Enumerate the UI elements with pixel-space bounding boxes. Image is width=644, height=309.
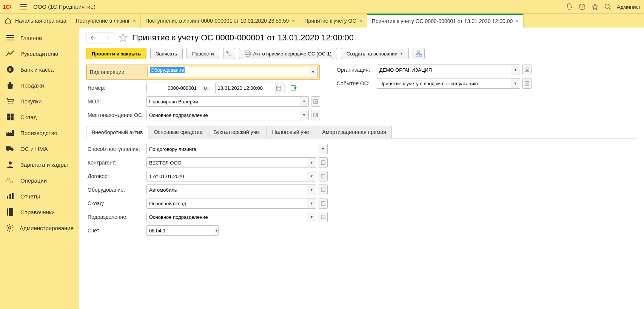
star-icon[interactable] [591, 3, 599, 11]
svg-point-13 [12, 103, 13, 105]
open-icon[interactable] [319, 171, 328, 181]
tab-home[interactable]: Начальная страница [0, 14, 71, 28]
dropdown-icon[interactable]: ▼ [309, 67, 318, 77]
sidebar-item-bank[interactable]: ₽Банк и касса [0, 61, 79, 77]
row-org: Организация: ▼ [335, 65, 532, 75]
acct-input[interactable] [146, 225, 215, 236]
sidebar-item-reports[interactable]: Отчеты [0, 188, 79, 204]
tab-4-active[interactable]: Принятие к учету ОС 0000-000001 от 13.01… [367, 14, 524, 28]
tab-amort[interactable]: Амортизационная премия [317, 126, 392, 138]
dropdown-icon[interactable]: ▼ [511, 78, 520, 89]
search-icon[interactable] [604, 3, 612, 11]
label-receipt: Способ поступления: [86, 146, 146, 152]
open-icon[interactable] [319, 157, 328, 168]
print-act-button[interactable]: Акт о приеме-передаче ОС (ОС-1) [239, 48, 337, 59]
sidebar-item-sales[interactable]: Продажи [0, 77, 79, 93]
number-input[interactable] [146, 83, 199, 93]
write-button[interactable]: Записать [150, 48, 183, 59]
close-icon[interactable]: × [516, 18, 519, 24]
sidebar-item-warehouse[interactable]: Склад [0, 109, 79, 125]
favorite-star-icon[interactable] [118, 32, 128, 43]
bell-icon[interactable] [565, 3, 573, 11]
org-input[interactable] [377, 65, 511, 75]
dropdown-icon[interactable]: ▼ [307, 157, 316, 168]
sidebar-label: Операции [20, 177, 47, 184]
dropdown-icon[interactable]: ▼ [215, 225, 219, 236]
menu-icon[interactable] [18, 3, 29, 11]
dept-input[interactable] [146, 212, 307, 222]
open-icon[interactable] [319, 198, 328, 209]
open-icon[interactable] [319, 184, 328, 195]
sidebar-item-manager[interactable]: Руководителю [0, 46, 79, 61]
open-icon[interactable] [311, 110, 320, 120]
sidebar-item-hr[interactable]: Зарплата и кадры [0, 157, 79, 172]
tab-2[interactable]: Поступление в лизинг 0000-000001 от 10.0… [141, 14, 300, 28]
gear-icon [6, 224, 14, 232]
mol-input[interactable] [146, 96, 300, 107]
nav-back[interactable]: 🡠 [86, 32, 100, 43]
dropdown-icon[interactable]: ▼ [307, 171, 316, 181]
sidebar-item-admin[interactable]: Администрирование [0, 220, 79, 236]
tab-fixed-assets[interactable]: Основные средства [148, 126, 208, 138]
dropdown-icon[interactable]: ▼ [307, 198, 316, 209]
wh-input[interactable] [146, 198, 307, 209]
op-type-input[interactable]: Оборудование [147, 67, 309, 77]
dtkt-button[interactable]: ДтКт [223, 48, 235, 59]
equip-input[interactable] [146, 184, 307, 195]
post-button[interactable]: Провести [186, 48, 220, 59]
user-name[interactable]: Админист [617, 4, 641, 10]
post-and-close-button[interactable]: Провести и закрыть [86, 48, 146, 59]
sidebar-label: Отчеты [20, 193, 40, 200]
svg-rect-16 [7, 117, 10, 120]
svg-point-5 [605, 4, 610, 8]
sidebar-item-main[interactable]: Главное [0, 30, 79, 46]
row-event: Событие ОС: ▼ [335, 78, 532, 89]
tab-noncurrent-asset[interactable]: Внеоборотный актив [86, 126, 148, 138]
dropdown-icon[interactable]: ▼ [511, 65, 520, 75]
sidebar-label: Производство [20, 130, 57, 136]
tab-3[interactable]: Принятие к учету ОС × [300, 14, 367, 28]
open-icon[interactable] [522, 65, 532, 75]
row-number: Номер: от: [86, 83, 320, 93]
tab-accounting[interactable]: Бухгалтерский учет [208, 126, 267, 138]
page-title: Принятие к учету ОС 0000-000001 от 13.01… [132, 33, 354, 43]
structure-button[interactable] [413, 48, 425, 59]
dropdown-icon[interactable]: ▼ [319, 144, 328, 154]
date-input[interactable] [215, 83, 276, 93]
label-acct: Счет: [86, 228, 146, 234]
contract-input[interactable] [146, 171, 307, 181]
history-icon[interactable] [578, 3, 586, 11]
event-input[interactable] [377, 78, 511, 89]
location-input[interactable] [146, 110, 300, 120]
label-cparty: Контрагент: [86, 160, 146, 166]
sidebar-item-assets[interactable]: ОС и НМА [0, 141, 79, 157]
tab-label: Принятие к учету ОС [305, 18, 356, 24]
dropdown-icon[interactable]: ▼ [300, 110, 309, 120]
cparty-input[interactable] [146, 157, 307, 168]
open-icon[interactable] [311, 96, 320, 107]
create-based-button[interactable]: Создать на основании▼ [341, 48, 409, 59]
svg-rect-17 [11, 117, 14, 120]
open-icon[interactable] [319, 212, 328, 222]
sidebar-label: Продажи [20, 82, 44, 89]
close-icon[interactable]: × [359, 18, 362, 24]
open-icon[interactable] [522, 78, 532, 89]
sidebar-label: Зарплата и кадры [20, 161, 68, 168]
sidebar-item-refs[interactable]: Справочники [0, 204, 79, 220]
calendar-icon[interactable] [276, 83, 285, 93]
tab-tax[interactable]: Налоговый учет [267, 126, 317, 138]
sidebar-item-buy[interactable]: Покупки [0, 93, 79, 109]
close-icon[interactable]: × [133, 18, 136, 24]
sidebar-label: Склад [20, 114, 37, 120]
inner-tabs: Внеоборотный актив Основные средства Бух… [86, 126, 637, 138]
sidebar-item-ops[interactable]: ДтКтОперации [0, 172, 79, 188]
close-icon[interactable]: × [292, 18, 295, 24]
label-org: Организация: [335, 67, 377, 73]
dropdown-icon[interactable]: ▼ [307, 184, 316, 195]
dropdown-icon[interactable]: ▼ [300, 96, 309, 107]
sidebar-label: Банк и касса [20, 66, 54, 73]
dropdown-icon[interactable]: ▼ [307, 212, 316, 222]
sidebar-item-production[interactable]: Производство [0, 125, 79, 141]
receipt-input[interactable] [146, 144, 319, 154]
tab-1[interactable]: Поступление в лизинг × [71, 14, 141, 28]
